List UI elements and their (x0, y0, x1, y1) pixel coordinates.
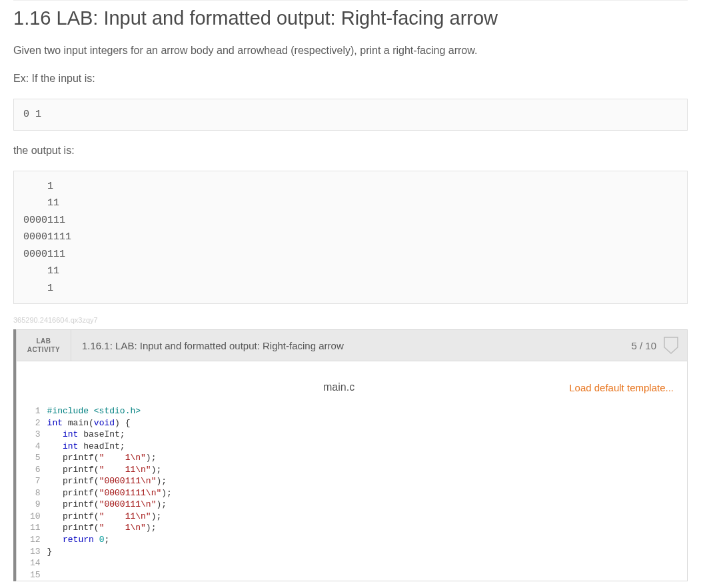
code-content[interactable]: #include <stdio.h>int main(void) { int b… (47, 405, 172, 581)
lab-activity-title: 1.16.1: LAB: Input and formatted output:… (71, 330, 623, 361)
page-title: 1.16 LAB: Input and formatted output: Ri… (13, 0, 688, 43)
lab-header: LAB ACTIVITY 1.16.1: LAB: Input and form… (16, 329, 688, 361)
code-editor-area: main.c Load default template... 1 2 3 4 … (16, 361, 688, 581)
lab-score-value: 5 / 10 (631, 340, 656, 351)
instruction-text: Given two input integers for an arrow bo… (13, 43, 688, 59)
code-toolbar: main.c Load default template... (30, 375, 674, 405)
line-number-gutter: 1 2 3 4 5 6 7 8 9 10 11 12 13 14 15 (30, 405, 47, 581)
lab-tag-line1: LAB (36, 337, 51, 345)
code-editor[interactable]: 1 2 3 4 5 6 7 8 9 10 11 12 13 14 15 #inc… (30, 405, 674, 581)
example-input-label: Ex: If the input is: (13, 71, 688, 87)
lab-tag-line2: ACTIVITY (27, 345, 61, 354)
example-output-block: 1 11 0000111 00001111 0000111 11 1 (13, 171, 688, 305)
lab-activity-tag: LAB ACTIVITY (17, 330, 71, 361)
load-template-link[interactable]: Load default template... (569, 382, 674, 393)
filename-label: main.c (323, 381, 354, 393)
shield-icon (663, 335, 679, 355)
lab-score: 5 / 10 (623, 330, 687, 361)
lab-activity-panel: LAB ACTIVITY 1.16.1: LAB: Input and form… (13, 329, 688, 581)
example-input-block: 0 1 (13, 99, 688, 131)
example-output-label: the output is: (13, 143, 688, 159)
watermark-text: 365290.2416604.qx3zqy7 (13, 316, 688, 324)
